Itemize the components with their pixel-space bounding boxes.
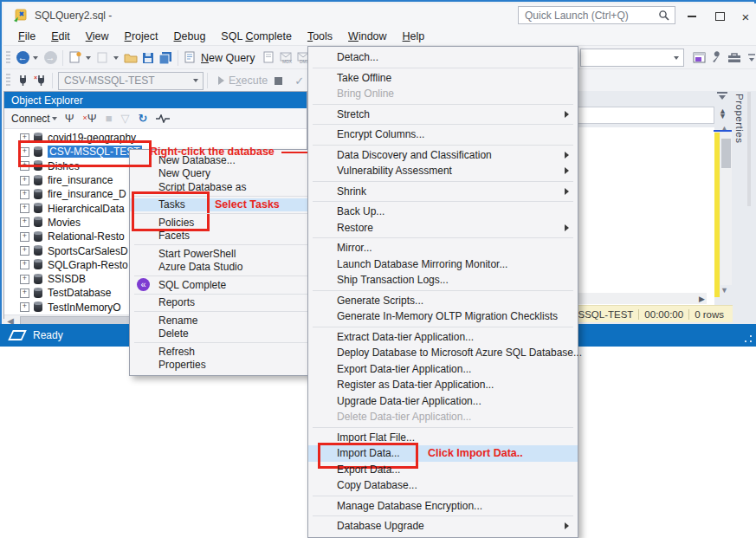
- right-combobox[interactable]: [580, 49, 684, 67]
- open-file-icon[interactable]: [122, 49, 139, 67]
- mdx-query-icon[interactable]: MDX: [278, 49, 295, 67]
- expand-icon[interactable]: +: [20, 217, 29, 227]
- menu-item[interactable]: Bring Online: [308, 86, 578, 102]
- database-engine-query-icon[interactable]: [261, 49, 278, 67]
- add-item-icon[interactable]: [94, 49, 112, 67]
- new-item-caret[interactable]: [86, 56, 91, 60]
- menu-item[interactable]: Encrypt Columns...: [308, 126, 578, 143]
- expand-icon[interactable]: +: [20, 302, 29, 312]
- menu-item[interactable]: « Azure Data Studio: [130, 261, 322, 275]
- new-query-button[interactable]: New Query: [201, 52, 255, 64]
- stop-icon[interactable]: [275, 77, 282, 85]
- menu-item[interactable]: « Tasks Select Tasks: [130, 198, 322, 212]
- menu-item[interactable]: « Rename: [130, 314, 322, 327]
- menubar-item[interactable]: Tools: [300, 29, 340, 44]
- menu-item[interactable]: « Delete: [130, 327, 322, 341]
- menu-item[interactable]: Upgrade Data-tier Application...: [308, 393, 578, 410]
- menu-item[interactable]: Launch Database Mirroring Monitor...: [308, 256, 578, 273]
- menu-item[interactable]: Copy Database...: [308, 477, 578, 494]
- expand-icon[interactable]: +: [20, 232, 29, 242]
- toolbar-grip[interactable]: [6, 74, 10, 88]
- menu-item[interactable]: Import Flat File...: [308, 430, 578, 446]
- menu-item[interactable]: Generate In-Memory OLTP Migration Checkl…: [308, 308, 578, 325]
- refresh-icon[interactable]: ↻: [139, 113, 148, 124]
- menubar-item[interactable]: File: [10, 29, 43, 44]
- object-explorer-header[interactable]: Object Explorer: [4, 92, 307, 108]
- menubar-item[interactable]: Project: [117, 29, 166, 44]
- toolbar-grip[interactable]: [6, 51, 10, 65]
- menu-item[interactable]: Register as Data-tier Application...: [308, 377, 578, 393]
- menu-item[interactable]: Export Data-tier Application...: [308, 361, 578, 378]
- menu-item[interactable]: Detach...: [308, 49, 578, 66]
- expand-icon[interactable]: +: [20, 190, 29, 199]
- menubar-item[interactable]: View: [78, 29, 117, 44]
- menu-item[interactable]: Export Data...: [308, 462, 578, 478]
- menu-item[interactable]: Delete Data-tier Application...: [308, 409, 578, 425]
- connect-icon[interactable]: Ψ: [65, 113, 74, 124]
- quick-launch-input[interactable]: Quick Launch (Ctrl+Q): [518, 6, 675, 24]
- save-all-icon[interactable]: [157, 49, 174, 67]
- close-button[interactable]: ×: [736, 9, 755, 24]
- expand-icon[interactable]: +: [20, 161, 29, 171]
- expand-icon[interactable]: +: [20, 246, 29, 256]
- execute-button[interactable]: Execute: [229, 75, 268, 87]
- new-item-icon[interactable]: [67, 49, 84, 67]
- menu-item[interactable]: « Properties: [130, 359, 322, 373]
- menu-item[interactable]: Ship Transaction Logs...: [308, 272, 578, 288]
- menu-item[interactable]: Manage Database Encryption...: [308, 498, 578, 515]
- menu-item[interactable]: Take Offline: [308, 70, 578, 87]
- menu-item[interactable]: Data Discovery and Classification: [308, 147, 578, 164]
- menu-item[interactable]: Restore: [308, 220, 578, 237]
- maximize-button[interactable]: [710, 9, 729, 24]
- menu-item[interactable]: « Refresh: [130, 345, 322, 359]
- scroll-down-arrow[interactable]: ▼: [720, 286, 728, 295]
- expand-icon[interactable]: +: [20, 147, 29, 157]
- menu-item[interactable]: Generate Scripts...: [308, 293, 578, 309]
- menu-item[interactable]: Stretch: [308, 107, 578, 123]
- toolbox-icon[interactable]: [726, 49, 743, 67]
- stop-icon[interactable]: ■: [106, 113, 113, 124]
- menu-item[interactable]: « Facets: [130, 230, 322, 243]
- expand-icon[interactable]: +: [20, 133, 29, 143]
- new-query-icon[interactable]: [182, 49, 199, 67]
- minimize-button[interactable]: [682, 9, 701, 24]
- activity-monitor-icon[interactable]: [155, 114, 171, 123]
- menu-item[interactable]: « New Query: [130, 167, 322, 181]
- tree-item[interactable]: + CSV-MSSQL-TEST Right-click the databas…: [4, 145, 307, 159]
- navigate-forward-button[interactable]: →: [42, 49, 59, 67]
- editor-vertical-scrollbar[interactable]: [720, 133, 732, 285]
- save-icon[interactable]: [139, 49, 157, 67]
- expand-icon[interactable]: +: [20, 176, 29, 185]
- expand-icon[interactable]: +: [20, 288, 29, 298]
- menubar-item[interactable]: Window: [340, 29, 394, 44]
- menu-item[interactable]: Mirror...: [308, 240, 578, 256]
- expand-icon[interactable]: +: [20, 260, 29, 269]
- tree-item[interactable]: + covid19-geography: [4, 131, 307, 145]
- back-dropdown-caret[interactable]: [33, 56, 38, 60]
- menu-item[interactable]: « Script Database as: [130, 180, 322, 194]
- scroll-right-arrow[interactable]: ▶: [699, 295, 705, 303]
- menubar-item[interactable]: Debug: [166, 29, 214, 44]
- menu-item[interactable]: « Policies: [130, 216, 322, 230]
- menu-item[interactable]: Deploy Database to Microsoft Azure SQL D…: [308, 345, 578, 361]
- menu-item[interactable]: « Start PowerShell: [130, 247, 322, 261]
- filter-icon[interactable]: ▽: [121, 113, 130, 124]
- scrollbar-thumb[interactable]: [721, 139, 731, 168]
- menu-item[interactable]: Vulnerability Assessment: [308, 163, 578, 179]
- wrench-icon[interactable]: [708, 49, 726, 67]
- toolbar-overflow-button[interactable]: [743, 49, 756, 67]
- connect-button[interactable]: Connect: [11, 113, 50, 125]
- navigate-back-button[interactable]: ←: [14, 49, 31, 67]
- menu-item[interactable]: Extract Data-tier Application...: [308, 329, 578, 346]
- properties-tab[interactable]: Properties: [734, 94, 745, 143]
- menu-item[interactable]: Database Upgrade: [308, 518, 578, 535]
- menu-item[interactable]: « Reports: [130, 296, 322, 310]
- sql-window-icon[interactable]: [691, 49, 708, 67]
- expand-icon[interactable]: +: [20, 275, 29, 284]
- disconnect-icon[interactable]: ×Ψ: [83, 113, 97, 124]
- connect-plug-icon[interactable]: [14, 72, 31, 89]
- menu-item[interactable]: Import Data... Click Import Data..: [308, 445, 578, 462]
- resize-grip[interactable]: [744, 334, 753, 343]
- menu-item[interactable]: Back Up...: [308, 204, 578, 220]
- menu-item[interactable]: « SQL Complete: [130, 278, 322, 292]
